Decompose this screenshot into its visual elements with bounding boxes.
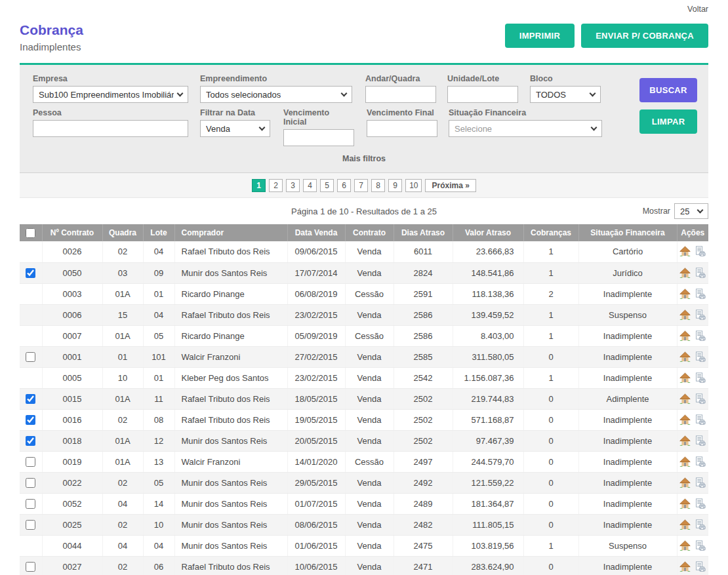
print-document-icon[interactable] [695, 561, 706, 572]
row-checkbox[interactable] [26, 478, 35, 488]
cell-dias-atraso: 2502 [394, 388, 453, 409]
filtrar-na-data-select[interactable]: Venda [200, 120, 270, 137]
col-header-situacao: Situação Financeira [578, 224, 677, 241]
cell-quadra: 01A [102, 283, 143, 304]
more-filters-link[interactable]: Mais filtros [33, 154, 695, 163]
print-document-icon[interactable] [695, 414, 706, 426]
cell-contrato: 0003 [42, 283, 102, 304]
print-document-icon[interactable] [695, 393, 706, 405]
col-header-lote: Lote [143, 224, 174, 241]
cell-lote: 101 [143, 346, 174, 367]
cell-data-venda: 09/06/2015 [287, 241, 345, 262]
print-document-icon[interactable] [695, 372, 706, 384]
cell-contrato: 0052 [42, 493, 102, 514]
house-icon[interactable] [679, 456, 691, 467]
cell-quadra: 03 [102, 262, 143, 283]
house-icon[interactable] [679, 414, 691, 426]
row-actions-cell [677, 325, 708, 346]
house-icon[interactable] [679, 288, 691, 300]
house-icon[interactable] [679, 330, 691, 342]
house-icon[interactable] [679, 351, 691, 363]
house-icon[interactable] [679, 309, 691, 321]
send-to-collection-button[interactable]: ENVIAR P/ COBRANÇA [581, 24, 708, 48]
bloco-select[interactable]: TODOS [530, 86, 601, 103]
vencimento-final-input[interactable] [367, 120, 437, 137]
print-document-icon[interactable] [695, 288, 706, 300]
page-button-4[interactable]: 4 [303, 179, 317, 192]
page-button-1[interactable]: 1 [252, 179, 266, 192]
print-document-icon[interactable] [695, 351, 706, 363]
row-checkbox[interactable] [26, 394, 35, 404]
cell-tipo-contrato: Venda [345, 535, 394, 556]
house-icon[interactable] [679, 435, 691, 446]
page-button-2[interactable]: 2 [269, 179, 283, 192]
page-button-8[interactable]: 8 [371, 179, 385, 192]
row-checkbox[interactable] [26, 520, 35, 530]
field-bloco: Bloco TODOS [530, 74, 601, 103]
print-document-icon[interactable] [695, 540, 706, 551]
page-button-10[interactable]: 10 [405, 179, 422, 192]
row-checkbox[interactable] [26, 436, 35, 446]
filter-buttons: BUSCAR LIMPAR [639, 78, 697, 134]
print-document-icon[interactable] [695, 519, 706, 530]
page-button-6[interactable]: 6 [337, 179, 351, 192]
house-icon[interactable] [679, 477, 691, 488]
house-icon[interactable] [679, 372, 691, 384]
pessoa-input[interactable] [33, 120, 188, 137]
empresa-select[interactable]: Sub100 Empreendimentos Imobiliários [33, 86, 188, 103]
print-button[interactable]: IMPRIMIR [505, 24, 575, 48]
house-icon[interactable] [679, 246, 691, 257]
row-checkbox[interactable] [26, 562, 35, 572]
next-page-button[interactable]: Próxima » [425, 179, 475, 192]
results-table: Nº Contrato Quadra Lote Comprador Data V… [20, 224, 708, 575]
print-document-icon[interactable] [695, 435, 706, 446]
cell-dias-atraso: 2475 [394, 535, 453, 556]
row-checkbox[interactable] [26, 499, 35, 509]
cell-dias-atraso: 2471 [394, 556, 453, 575]
row-actions-cell [677, 535, 708, 556]
print-document-icon[interactable] [695, 477, 706, 488]
house-icon[interactable] [679, 540, 691, 551]
house-icon[interactable] [679, 561, 691, 572]
unidade-lote-input[interactable] [447, 86, 518, 103]
cell-comprador: Kleber Peg dos Santos [174, 367, 287, 388]
row-checkbox[interactable] [26, 268, 35, 278]
cell-cobrancas: 0 [523, 472, 578, 493]
row-actions [677, 268, 709, 279]
row-checkbox[interactable] [26, 415, 35, 425]
print-document-icon[interactable] [695, 246, 706, 257]
house-icon[interactable] [679, 268, 691, 279]
cell-contrato: 0001 [42, 346, 102, 367]
print-document-icon[interactable] [695, 268, 706, 279]
page-button-9[interactable]: 9 [388, 179, 402, 192]
print-document-icon[interactable] [695, 498, 706, 509]
cell-lote: 04 [143, 535, 174, 556]
select-all-checkbox[interactable] [26, 228, 35, 238]
house-icon[interactable] [679, 519, 691, 530]
house-icon[interactable] [679, 393, 691, 405]
row-checkbox[interactable] [26, 352, 35, 362]
empreendimento-select[interactable]: Todos selecionados [200, 86, 352, 103]
cell-comprador: Ricardo Pinange [174, 325, 287, 346]
back-link[interactable]: Voltar [687, 5, 708, 14]
page-size-select[interactable]: 25 [674, 203, 708, 219]
page-button-5[interactable]: 5 [320, 179, 334, 192]
print-document-icon[interactable] [695, 456, 706, 467]
limpar-button[interactable]: LIMPAR [639, 109, 697, 134]
cell-comprador: Rafael Tributo dos Reis [174, 409, 287, 430]
print-document-icon[interactable] [695, 309, 706, 321]
house-icon[interactable] [679, 498, 691, 509]
row-checkbox[interactable] [26, 457, 35, 467]
table-row: 000301A01Ricardo Pinange06/08/2019Cessão… [20, 283, 708, 304]
pagination-bar: 12345678910Próxima » [20, 173, 708, 198]
andar-quadra-input[interactable] [365, 86, 436, 103]
page-button-7[interactable]: 7 [354, 179, 368, 192]
page-button-3[interactable]: 3 [286, 179, 300, 192]
print-document-icon[interactable] [695, 330, 706, 342]
row-actions-cell [677, 367, 708, 388]
cell-comprador: Munir dos Santos Reis [174, 430, 287, 451]
vencimento-inicial-input[interactable] [283, 129, 354, 146]
cell-tipo-contrato: Venda [345, 304, 394, 325]
buscar-button[interactable]: BUSCAR [639, 78, 697, 102]
situacao-financeira-select[interactable]: Selecione [449, 120, 602, 137]
